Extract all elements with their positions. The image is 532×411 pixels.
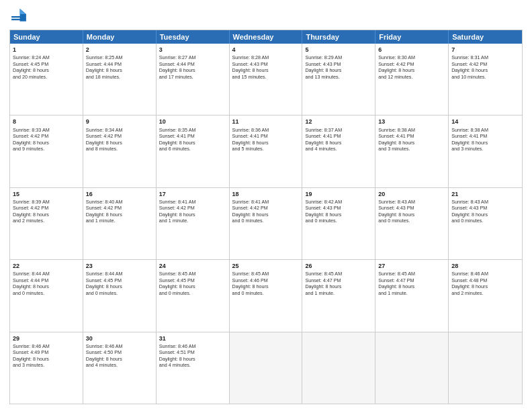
day-number: 6 [378,46,445,54]
logo-icon [9,7,28,26]
cell-content: Sunrise: 8:46 AMSunset: 4:48 PMDaylight:… [451,271,519,296]
cell-content: Sunrise: 8:46 AMSunset: 4:49 PMDaylight:… [13,343,80,369]
cell-content: Sunrise: 8:29 AMSunset: 4:43 PMDaylight:… [305,54,372,80]
cell-content: Sunrise: 8:41 AMSunset: 4:42 PMDaylight:… [232,199,300,224]
cell-content: Sunrise: 8:25 AMSunset: 4:44 PMDaylight:… [86,54,153,80]
day-number: 17 [159,190,226,198]
cell-content: Sunrise: 8:37 AMSunset: 4:41 PMDaylight:… [305,127,372,152]
cell-content: Sunrise: 8:33 AMSunset: 4:42 PMDaylight:… [13,127,80,152]
day-cell-4: 4Sunrise: 8:28 AMSunset: 4:43 PMDaylight… [230,44,303,115]
day-number: 9 [86,118,153,126]
empty-cell [375,332,449,404]
day-number: 28 [451,262,519,270]
day-cell-14: 14Sunrise: 8:38 AMSunset: 4:41 PMDayligh… [449,116,522,187]
cell-content: Sunrise: 8:28 AMSunset: 4:43 PMDaylight:… [232,54,300,80]
day-cell-21: 21Sunrise: 8:43 AMSunset: 4:43 PMDayligh… [449,188,522,259]
day-number: 13 [378,118,445,126]
calendar-header: SundayMondayTuesdayWednesdayThursdayFrid… [10,30,522,44]
calendar-body: 1Sunrise: 8:24 AMSunset: 4:45 PMDaylight… [10,44,522,404]
day-number: 23 [86,262,153,270]
day-cell-3: 3Sunrise: 8:27 AMSunset: 4:44 PMDaylight… [157,44,230,115]
weekday-header-friday: Friday [375,30,449,44]
weekday-header-wednesday: Wednesday [230,30,303,44]
day-cell-27: 27Sunrise: 8:45 AMSunset: 4:47 PMDayligh… [375,260,449,331]
weekday-header-monday: Monday [83,30,157,44]
cell-content: Sunrise: 8:34 AMSunset: 4:42 PMDaylight:… [86,127,153,152]
day-number: 29 [13,334,80,342]
day-cell-26: 26Sunrise: 8:45 AMSunset: 4:47 PMDayligh… [302,260,375,331]
day-cell-10: 10Sunrise: 8:35 AMSunset: 4:41 PMDayligh… [157,116,230,187]
cell-content: Sunrise: 8:46 AMSunset: 4:50 PMDaylight:… [86,343,153,369]
cell-content: Sunrise: 8:30 AMSunset: 4:42 PMDaylight:… [378,54,445,80]
day-number: 18 [232,190,300,198]
weekday-header-thursday: Thursday [302,30,375,44]
day-cell-11: 11Sunrise: 8:36 AMSunset: 4:41 PMDayligh… [230,116,303,187]
logo [9,7,31,26]
day-number: 3 [159,46,226,54]
day-cell-7: 7Sunrise: 8:31 AMSunset: 4:42 PMDaylight… [449,44,522,115]
cell-content: Sunrise: 8:43 AMSunset: 4:43 PMDaylight:… [451,199,519,224]
day-cell-6: 6Sunrise: 8:30 AMSunset: 4:42 PMDaylight… [375,44,449,115]
day-cell-31: 31Sunrise: 8:46 AMSunset: 4:51 PMDayligh… [157,332,230,404]
svg-rect-3 [11,19,21,20]
day-number: 27 [378,262,445,270]
header [9,7,523,26]
day-number: 20 [378,190,445,198]
cell-content: Sunrise: 8:45 AMSunset: 4:47 PMDaylight:… [378,271,445,296]
svg-rect-2 [11,16,21,17]
calendar-row-3: 15Sunrise: 8:39 AMSunset: 4:42 PMDayligh… [10,187,522,259]
day-cell-17: 17Sunrise: 8:41 AMSunset: 4:42 PMDayligh… [157,188,230,259]
day-cell-28: 28Sunrise: 8:46 AMSunset: 4:48 PMDayligh… [449,260,522,331]
day-cell-9: 9Sunrise: 8:34 AMSunset: 4:42 PMDaylight… [83,116,157,187]
calendar-row-2: 8Sunrise: 8:33 AMSunset: 4:42 PMDaylight… [10,115,522,187]
cell-content: Sunrise: 8:44 AMSunset: 4:44 PMDaylight:… [13,271,80,296]
cell-content: Sunrise: 8:44 AMSunset: 4:45 PMDaylight:… [86,271,153,296]
weekday-header-tuesday: Tuesday [157,30,230,44]
day-cell-5: 5Sunrise: 8:29 AMSunset: 4:43 PMDaylight… [302,44,375,115]
day-number: 1 [13,46,80,54]
day-cell-19: 19Sunrise: 8:42 AMSunset: 4:43 PMDayligh… [302,188,375,259]
day-cell-30: 30Sunrise: 8:46 AMSunset: 4:50 PMDayligh… [83,332,157,404]
day-number: 14 [451,118,519,126]
weekday-header-saturday: Saturday [449,30,522,44]
cell-content: Sunrise: 8:42 AMSunset: 4:43 PMDaylight:… [305,199,372,224]
empty-cell [230,332,303,404]
empty-cell [449,332,522,404]
cell-content: Sunrise: 8:40 AMSunset: 4:42 PMDaylight:… [86,199,153,224]
day-number: 25 [232,262,300,270]
day-number: 22 [13,262,80,270]
cell-content: Sunrise: 8:31 AMSunset: 4:42 PMDaylight:… [451,54,519,80]
day-number: 11 [232,118,300,126]
cell-content: Sunrise: 8:45 AMSunset: 4:46 PMDaylight:… [232,271,300,296]
day-number: 30 [86,334,153,342]
day-number: 7 [451,46,519,54]
day-number: 8 [13,118,80,126]
cell-content: Sunrise: 8:39 AMSunset: 4:42 PMDaylight:… [13,199,80,224]
day-cell-15: 15Sunrise: 8:39 AMSunset: 4:42 PMDayligh… [10,188,83,259]
day-cell-13: 13Sunrise: 8:38 AMSunset: 4:41 PMDayligh… [375,116,449,187]
cell-content: Sunrise: 8:41 AMSunset: 4:42 PMDaylight:… [159,199,226,224]
calendar-row-4: 22Sunrise: 8:44 AMSunset: 4:44 PMDayligh… [10,259,522,331]
day-number: 26 [305,262,372,270]
day-number: 4 [232,46,300,54]
day-number: 19 [305,190,372,198]
cell-content: Sunrise: 8:27 AMSunset: 4:44 PMDaylight:… [159,54,226,80]
day-number: 24 [159,262,226,270]
day-cell-22: 22Sunrise: 8:44 AMSunset: 4:44 PMDayligh… [10,260,83,331]
cell-content: Sunrise: 8:35 AMSunset: 4:41 PMDaylight:… [159,127,226,152]
cell-content: Sunrise: 8:46 AMSunset: 4:51 PMDaylight:… [159,343,226,369]
cell-content: Sunrise: 8:45 AMSunset: 4:47 PMDaylight:… [305,271,372,296]
weekday-header-sunday: Sunday [10,30,83,44]
day-number: 2 [86,46,153,54]
calendar-row-5: 29Sunrise: 8:46 AMSunset: 4:49 PMDayligh… [10,332,522,404]
calendar-row-1: 1Sunrise: 8:24 AMSunset: 4:45 PMDaylight… [10,44,522,115]
day-number: 5 [305,46,372,54]
day-cell-2: 2Sunrise: 8:25 AMSunset: 4:44 PMDaylight… [83,44,157,115]
day-cell-8: 8Sunrise: 8:33 AMSunset: 4:42 PMDaylight… [10,116,83,187]
empty-cell [302,332,375,404]
day-cell-18: 18Sunrise: 8:41 AMSunset: 4:42 PMDayligh… [230,188,303,259]
day-number: 31 [159,334,226,342]
page: SundayMondayTuesdayWednesdayThursdayFrid… [0,0,532,411]
cell-content: Sunrise: 8:36 AMSunset: 4:41 PMDaylight:… [232,127,300,152]
day-cell-1: 1Sunrise: 8:24 AMSunset: 4:45 PMDaylight… [10,44,83,115]
